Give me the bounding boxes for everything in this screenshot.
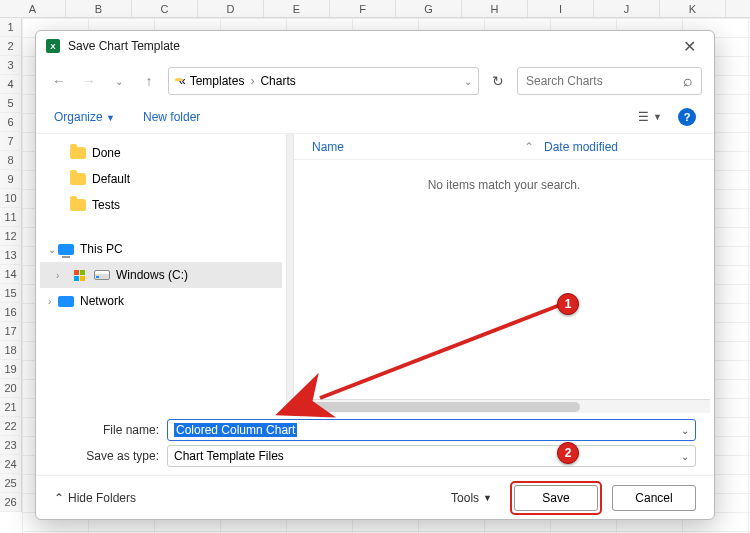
titlebar: X Save Chart Template ✕ <box>36 31 714 61</box>
tree-label: Windows (C:) <box>116 268 188 282</box>
drive-icon <box>94 270 110 280</box>
breadcrumb-item[interactable]: Templates <box>190 74 245 88</box>
column-name[interactable]: Name <box>294 140 524 154</box>
save-dialog: X Save Chart Template ✕ ← → ⌄ ↑ « Templa… <box>35 30 715 520</box>
up-button[interactable]: ↑ <box>138 70 160 92</box>
recent-button[interactable]: ⌄ <box>108 70 130 92</box>
organize-label: Organize <box>54 110 103 124</box>
pc-icon <box>58 244 74 255</box>
tree-folder-default[interactable]: Default <box>40 166 282 192</box>
filename-label: File name: <box>54 423 159 437</box>
filename-input[interactable]: Colored Column Chart ⌄ <box>167 419 696 441</box>
network-icon <box>58 296 74 307</box>
breadcrumb-prefix: « <box>179 74 186 88</box>
chevron-right-icon[interactable]: › <box>56 270 59 281</box>
help-icon[interactable]: ? <box>678 108 696 126</box>
chevron-right-icon: › <box>248 74 256 88</box>
refresh-button[interactable]: ↻ <box>487 70 509 92</box>
breadcrumb[interactable]: « Templates › Charts ⌄ <box>168 67 479 95</box>
breadcrumb-item[interactable]: Charts <box>260 74 295 88</box>
chevron-down-icon[interactable]: ⌄ <box>681 451 689 462</box>
dialog-footer: ⌃ Hide Folders Tools ▼ Save Cancel <box>36 475 714 519</box>
chevron-down-icon: ▼ <box>653 112 662 122</box>
save-button[interactable]: Save <box>514 485 598 511</box>
tools-label: Tools <box>451 491 479 505</box>
folder-tree: Done Default Tests ⌄This PC ›Windows (C:… <box>36 134 286 415</box>
chevron-down-icon[interactable]: ⌄ <box>681 425 689 436</box>
save-fields: File name: Colored Column Chart ⌄ Save a… <box>36 415 714 475</box>
nav-row: ← → ⌄ ↑ « Templates › Charts ⌄ ↻ ⌕ <box>36 61 714 101</box>
tree-label: Network <box>80 294 124 308</box>
chevron-right-icon[interactable]: › <box>48 296 51 307</box>
list-icon: ☰ <box>638 110 649 124</box>
tree-this-pc[interactable]: ⌄This PC <box>40 236 282 262</box>
tools-menu[interactable]: Tools ▼ <box>451 491 492 505</box>
windows-icon <box>74 270 85 281</box>
forward-button[interactable]: → <box>78 70 100 92</box>
column-date[interactable]: Date modified <box>544 140 714 154</box>
empty-message: No items match your search. <box>294 160 714 399</box>
chevron-down-icon[interactable]: ⌄ <box>48 244 56 255</box>
search-icon: ⌕ <box>683 72 693 90</box>
back-button[interactable]: ← <box>48 70 70 92</box>
tree-folder-done[interactable]: Done <box>40 140 282 166</box>
chevron-down-icon[interactable]: ⌄ <box>464 76 472 87</box>
search-box[interactable]: ⌕ <box>517 67 702 95</box>
list-header: Name ⌃ Date modified <box>294 134 714 160</box>
organize-menu[interactable]: Organize ▼ <box>54 110 115 124</box>
tree-network[interactable]: ›Network <box>40 288 282 314</box>
dialog-title: Save Chart Template <box>68 39 180 53</box>
saveastype-label: Save as type: <box>54 449 159 463</box>
excel-icon: X <box>46 39 60 53</box>
saveastype-select[interactable]: Chart Template Files ⌄ <box>167 445 696 467</box>
view-menu[interactable]: ☰ ▼ <box>638 110 662 124</box>
search-input[interactable] <box>526 74 683 88</box>
splitter[interactable] <box>286 134 294 415</box>
file-list: Name ⌃ Date modified No items match your… <box>294 134 714 415</box>
tree-label: This PC <box>80 242 123 256</box>
tree-drive-c[interactable]: ›Windows (C:) <box>40 262 282 288</box>
tree-label: Default <box>92 172 130 186</box>
chevron-down-icon: ▼ <box>106 113 115 123</box>
saveastype-value: Chart Template Files <box>174 449 284 463</box>
annotation-highlight-save: Save <box>510 481 602 515</box>
chevron-down-icon: ▼ <box>483 493 492 503</box>
column-headers: ABCDEFGHIJK <box>0 0 750 18</box>
toolbar: Organize ▼ New folder ☰ ▼ ? <box>36 101 714 133</box>
filename-value: Colored Column Chart <box>174 423 297 437</box>
close-icon[interactable]: ✕ <box>675 35 704 58</box>
hide-folders-label: Hide Folders <box>68 491 136 505</box>
tree-label: Tests <box>92 198 120 212</box>
chevron-up-icon: ⌃ <box>54 491 64 505</box>
tree-folder-tests[interactable]: Tests <box>40 192 282 218</box>
new-folder-button[interactable]: New folder <box>143 110 200 124</box>
hide-folders-button[interactable]: ⌃ Hide Folders <box>54 491 136 505</box>
horizontal-scrollbar[interactable] <box>298 399 710 413</box>
row-headers: 1234567891011121314151617181920212223242… <box>0 18 22 512</box>
cancel-button[interactable]: Cancel <box>612 485 696 511</box>
sort-indicator-icon: ⌃ <box>524 140 544 154</box>
tree-label: Done <box>92 146 121 160</box>
